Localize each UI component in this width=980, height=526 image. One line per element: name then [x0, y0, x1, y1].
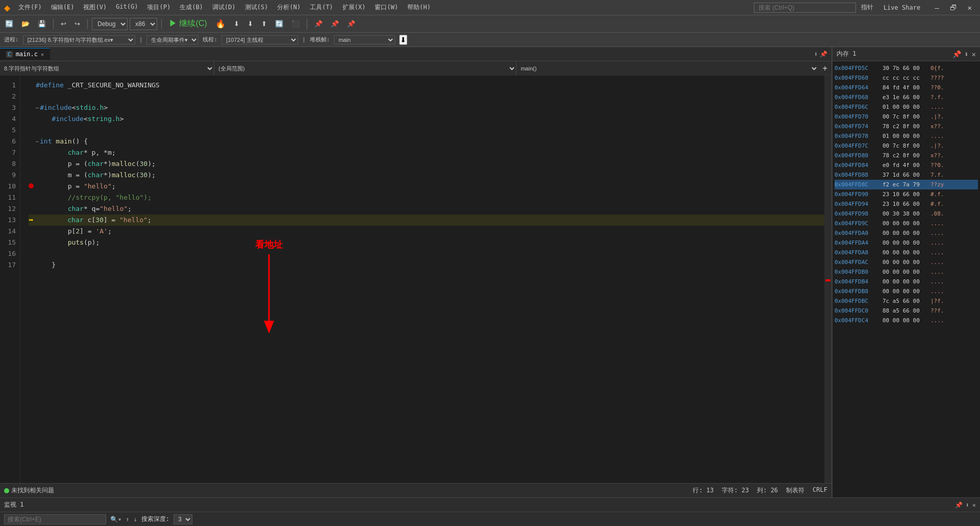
tab-main-c[interactable]: C main.c ✕ [0, 48, 50, 60]
event-dropdown[interactable]: 生命周期事件▾ [146, 35, 199, 44]
extra1[interactable]: 📌 [311, 19, 326, 29]
menu-file[interactable]: 文件(F) [14, 2, 46, 13]
undo-button[interactable]: ↩ [58, 19, 69, 29]
pin-button[interactable]: 📌 [820, 51, 827, 58]
menu-extensions[interactable]: 扩展(X) [338, 2, 370, 13]
mem-chars-11: 7.f. [930, 170, 944, 180]
code-line-9: m = (char*)malloc(30); [29, 170, 824, 181]
maximize-button[interactable]: 🗗 [946, 4, 961, 12]
menu-window[interactable]: 窗口(W) [371, 2, 402, 13]
search-depth-select[interactable]: 3 [174, 514, 192, 524]
mem-addr-1: 0x004FFD60 [835, 73, 880, 83]
watch-pin-button[interactable]: 📌 [955, 501, 963, 509]
menu-edit[interactable]: 编辑(E) [47, 2, 79, 13]
watch-close-button[interactable]: ✕ [972, 501, 976, 509]
watch-actions: 📌 ⬇ ✕ [955, 501, 976, 509]
global-search-input[interactable] [754, 3, 856, 13]
watch-search-input[interactable] [4, 514, 106, 524]
live-share-button[interactable]: Live Share [884, 4, 920, 11]
debug-config-dropdown[interactable]: Debug [92, 18, 128, 30]
code-text-8: p = (char*)malloc(30); [68, 158, 156, 170]
code-text-11: //strcpy(p, "hello"); [68, 192, 152, 203]
mem-chars-8: .|?. [930, 141, 944, 151]
menu-analyze[interactable]: 分析(N) [273, 2, 305, 13]
menu-test[interactable]: 测试(S) [241, 2, 273, 13]
fold-3[interactable]: — [36, 102, 39, 113]
menu-help[interactable]: 帮助(H) [403, 2, 435, 13]
stop-button[interactable]: ⬛ [288, 19, 303, 29]
search-down-button[interactable]: ↓ [133, 516, 137, 523]
menu-debug[interactable]: 调试(D) [208, 2, 240, 13]
mem-pin-button[interactable]: 📌 [952, 50, 961, 58]
continue-button[interactable]: ▶ 继续(C) [166, 17, 210, 30]
mem-row-18: 0x004FFDA400 00 00 00.... [835, 238, 978, 248]
stack-action[interactable]: ⬇ [399, 35, 407, 45]
code-line-14: p[2] = 'A'; [29, 226, 824, 237]
close-button[interactable]: ✕ [964, 4, 976, 12]
func-select[interactable]: main() [517, 61, 818, 76]
mem-addr-23: 0x004FFDB8 [835, 286, 880, 296]
watch-panel-header: 监视 1 📌 ⬇ ✕ [0, 498, 980, 512]
process-dropdown[interactable]: [21236] 8.字符指针与字符数组.ex▾ [23, 35, 135, 44]
hot-reload-button[interactable]: 🔥 [212, 18, 229, 30]
new-button[interactable]: 🔄 [2, 19, 16, 29]
tab-list-button[interactable]: ⬇ [814, 51, 818, 58]
file-select[interactable]: 8.字符指针与字符数组 [0, 61, 214, 76]
editor-scrollbar[interactable] [824, 76, 831, 483]
search-up-button[interactable]: ↑ [126, 516, 129, 523]
restart-button[interactable]: 🔄 [272, 19, 286, 29]
mem-chars-16: .... [930, 219, 944, 228]
search-icon[interactable]: 🔍▾ [110, 516, 121, 523]
status-format: 制表符 [786, 486, 804, 495]
mem-addr-3: 0x004FFD68 [835, 92, 880, 102]
minimize-button[interactable]: — [930, 4, 943, 12]
mem-row-5: 0x004FFD7000 7c 8f 00.|?. [835, 112, 978, 122]
open-button[interactable]: 📂 [18, 19, 33, 29]
code-content[interactable]: #define _CRT_SECURE_NO_WARNINGS — #inclu… [20, 76, 824, 483]
tab-close-button[interactable]: ✕ [41, 52, 44, 57]
mem-chars-4: .... [930, 102, 944, 112]
mem-chars-26: .... [930, 316, 944, 325]
sep2 [87, 19, 88, 29]
pointer-label: 指针 [861, 3, 873, 12]
menu-project[interactable]: 项目(P) [143, 2, 175, 13]
redo-button[interactable]: ↪ [71, 19, 83, 29]
thread-dropdown[interactable]: [10724] 主线程 [222, 35, 298, 44]
mem-row-1: 0x004FFD60cc cc cc cc???? [835, 73, 978, 83]
mem-row-0: 0x004FFD5C30 7b 66 000{f. [835, 63, 978, 73]
extra2[interactable]: 📌 [328, 19, 342, 29]
mem-addr-22: 0x004FFDB4 [835, 277, 880, 286]
mem-chars-10: ??0. [930, 160, 944, 170]
mem-close-button[interactable]: ✕ [972, 50, 976, 58]
menu-build[interactable]: 生成(B) [176, 2, 207, 13]
stack-label: 堆栈帧: [310, 36, 330, 43]
extra3[interactable]: 📌 [344, 19, 358, 29]
step-over-button[interactable]: ⬇ [231, 19, 242, 29]
mem-dropdown-button[interactable]: ⬇ [964, 50, 968, 58]
line-numbers: 12345 678910 1112131415 1617 [0, 76, 20, 483]
watch-dropdown-button[interactable]: ⬇ [966, 501, 969, 509]
mem-row-21: 0x004FFDB000 00 00 00.... [835, 267, 978, 277]
current-arrow: ➡ [29, 214, 34, 226]
menu-view[interactable]: 视图(V) [79, 2, 111, 13]
menu-git[interactable]: Git(G) [112, 2, 142, 13]
mem-addr-0: 0x004FFD5C [835, 63, 880, 73]
editor-panel: C main.c ✕ ⬇ 📌 8.字符指针与字符数组 (全局范围) main()… [0, 47, 832, 497]
platform-dropdown[interactable]: x86 [130, 18, 157, 30]
fold-6[interactable]: — [36, 136, 39, 147]
mem-row-19: 0x004FFDA800 00 00 00.... [835, 248, 978, 257]
memory-content[interactable]: 0x004FFD5C30 7b 66 000{f.0x004FFD60cc cc… [832, 61, 980, 497]
code-line-10: p = "hello"; [29, 181, 824, 192]
add-member-button[interactable]: + [818, 62, 831, 74]
tab-icon: C [6, 51, 13, 58]
watch-search-bar: 🔍▾ ↑ ↓ 搜索深度: 3 [0, 512, 980, 526]
save-button[interactable]: 💾 [35, 19, 49, 29]
stack-dropdown[interactable]: main [334, 35, 395, 44]
mem-bytes-21: 00 00 00 00 [883, 267, 928, 277]
menu-tools[interactable]: 工具(T) [306, 2, 337, 13]
code-line-15: puts(p); [29, 237, 824, 248]
step-into-button[interactable]: ⬇ [244, 19, 256, 29]
code-line-12: char* q="hello"; [29, 203, 824, 214]
step-out-button[interactable]: ⬆ [258, 19, 270, 29]
scope-select[interactable]: (全局范围) [214, 61, 517, 76]
